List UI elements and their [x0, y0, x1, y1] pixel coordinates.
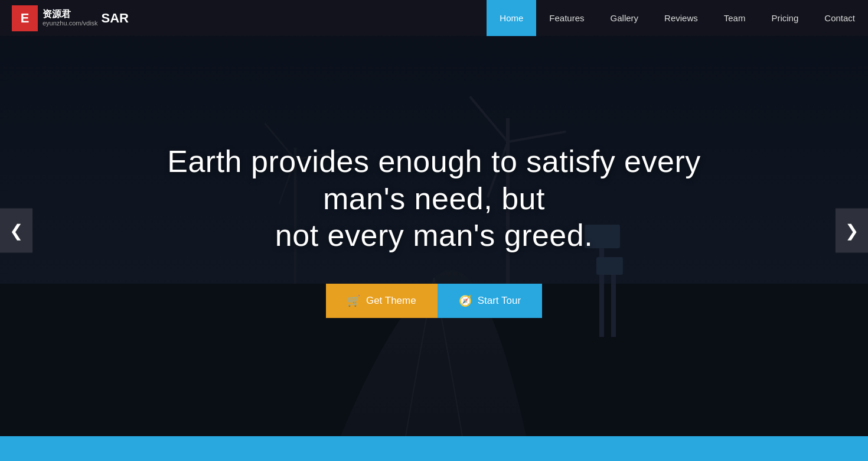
hero-buttons: 🛒 Get Theme 🧭 Start Tour: [133, 284, 735, 318]
nav-item-pricing[interactable]: Pricing: [758, 0, 811, 36]
nav-item-home[interactable]: Home: [487, 0, 536, 36]
hero-content: Earth provides enough to satisfy every m…: [109, 143, 759, 317]
compass-icon: 🧭: [459, 294, 472, 307]
chevron-left-icon: ❮: [9, 221, 23, 241]
nav-item-contact[interactable]: Contact: [811, 0, 868, 36]
brand-subtitle-line2: eyunzhu.com/vdisk: [43, 20, 98, 27]
brand-subtitle-line1: 资源君: [43, 9, 98, 20]
brand-icon-letter: E: [12, 5, 38, 31]
start-tour-button[interactable]: 🧭 Start Tour: [438, 284, 542, 318]
cart-icon: 🛒: [347, 294, 360, 307]
carousel-next-button[interactable]: ❯: [836, 209, 868, 253]
get-theme-label: Get Theme: [366, 295, 416, 307]
brand-logo[interactable]: E 资源君 eyunzhu.com/vdisk SAR: [0, 5, 141, 31]
nav-item-reviews[interactable]: Reviews: [651, 0, 711, 36]
nav-item-team[interactable]: Team: [711, 0, 759, 36]
carousel-prev-button[interactable]: ❮: [0, 209, 32, 253]
start-tour-label: Start Tour: [478, 295, 521, 307]
hero-title: Earth provides enough to satisfy every m…: [133, 143, 735, 254]
nav-item-gallery[interactable]: Gallery: [598, 0, 652, 36]
chevron-right-icon: ❯: [845, 221, 859, 241]
hero-section: ❮ Earth provides enough to satisfy every…: [0, 0, 868, 461]
bottom-section-bar: [0, 436, 868, 461]
get-theme-button[interactable]: 🛒 Get Theme: [326, 284, 438, 318]
brand-title: SAR: [102, 11, 129, 26]
nav-item-features[interactable]: Features: [536, 0, 597, 36]
navbar: E 资源君 eyunzhu.com/vdisk SAR Home Feature…: [0, 0, 868, 36]
nav-menu: Home Features Gallery Reviews Team Prici…: [487, 0, 868, 36]
